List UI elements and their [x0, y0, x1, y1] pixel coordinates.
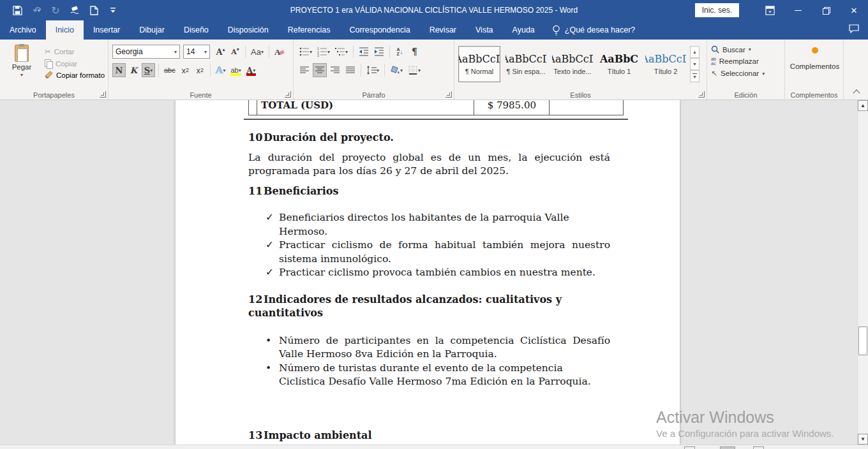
bullets-button[interactable]: ▾ — [297, 45, 314, 59]
find-button[interactable]: Buscar▾ — [711, 45, 782, 54]
close-button[interactable]: × — [840, 0, 868, 20]
style-card-normal[interactable]: AaBbCcD ¶ Normal — [458, 46, 500, 82]
cut-button[interactable]: ✂ Cortar — [45, 47, 105, 56]
tab-vista[interactable]: Vista — [466, 20, 503, 40]
text-effects-button[interactable]: A▾ — [214, 63, 228, 77]
show-marks-button[interactable]: ¶ — [408, 45, 421, 59]
sign-in-button[interactable]: Inic. ses. — [695, 3, 739, 17]
increase-indent-button[interactable] — [372, 45, 386, 59]
tab-referencias[interactable]: Referencias — [278, 20, 340, 40]
decrease-indent-button[interactable] — [357, 45, 371, 59]
font-color-button[interactable]: A▾ — [244, 63, 258, 77]
estilos-dialog-launcher-icon[interactable] — [698, 91, 705, 98]
style-card-texto-independiente[interactable]: AaBbCcD Texto inde... — [551, 46, 594, 82]
select-button[interactable]: ↖ Seleccionar▾ — [711, 69, 782, 78]
tab-correspondencia[interactable]: Correspondencia — [340, 20, 419, 40]
shading-button[interactable]: ▾ — [388, 63, 405, 77]
tab-disposicion[interactable]: Disposición — [218, 20, 278, 40]
bold-button[interactable]: N — [112, 63, 126, 77]
undo-icon[interactable]: ↶▾ — [27, 2, 46, 18]
comment-icon[interactable] — [849, 24, 859, 35]
format-painter-button[interactable]: Copiar formato — [45, 71, 105, 79]
multilevel-list-button[interactable]: ▾ — [333, 45, 350, 59]
tab-archivo[interactable]: Archivo — [0, 20, 46, 40]
ink-eraser-icon[interactable] — [65, 2, 84, 18]
tab-insertar[interactable]: Insertar — [84, 20, 130, 40]
align-right-button[interactable] — [328, 63, 342, 77]
new-document-icon[interactable] — [84, 2, 103, 18]
ribbon-display-options-icon[interactable] — [756, 0, 784, 20]
italic-button[interactable]: K — [127, 63, 140, 77]
style-card-titulo-1[interactable]: AaBbC Título 1 — [598, 46, 640, 82]
justify-button[interactable] — [343, 63, 357, 77]
table-cell-amount[interactable]: $ 7985.00 — [474, 100, 550, 115]
align-center-icon — [315, 65, 325, 75]
status-bar-partial — [0, 445, 868, 449]
read-mode-icon[interactable] — [684, 446, 695, 449]
paste-button[interactable]: Pegar ▾ — [4, 45, 40, 89]
tab-revisar[interactable]: Revisar — [420, 20, 466, 40]
change-case-button[interactable]: Aa▾ — [249, 45, 266, 59]
web-layout-icon[interactable] — [753, 446, 764, 449]
redo-icon[interactable]: ↻ — [46, 2, 65, 18]
font-size-combo[interactable]: 14▾ — [183, 45, 210, 59]
qat-customize-icon[interactable] — [103, 2, 123, 18]
superscript-button[interactable]: x2 — [193, 63, 207, 77]
align-left-icon — [299, 65, 310, 75]
line-spacing-button[interactable]: ▾ — [364, 63, 381, 77]
style-card-titulo-2[interactable]: AaBbCcD Título 2 — [645, 46, 687, 82]
fuente-dialog-launcher-icon[interactable] — [285, 91, 291, 98]
scrollbar-thumb[interactable] — [858, 327, 867, 355]
shrink-font-button[interactable]: A▾ — [228, 45, 242, 59]
scroll-up-icon[interactable]: ▲ — [858, 100, 868, 111]
align-left-button[interactable] — [297, 63, 311, 77]
styles-more-icon[interactable]: ▼ — [690, 70, 700, 82]
table-cell-total[interactable]: TOTAL (USD) — [257, 100, 474, 115]
save-icon[interactable] — [8, 2, 27, 18]
clear-formatting-button[interactable]: A — [273, 45, 287, 59]
underline-dropdown-icon[interactable]: ▾ — [150, 68, 153, 73]
replace-icon: ab ac — [711, 57, 716, 66]
table-cell[interactable] — [249, 100, 257, 115]
align-center-button[interactable] — [313, 63, 327, 77]
table-cell[interactable] — [550, 100, 624, 115]
highlight-button[interactable]: ab▾ — [228, 63, 243, 77]
vertical-scrollbar[interactable]: ▲ ▼ — [857, 100, 868, 445]
document-page[interactable]: TOTAL (USD) $ 7985.00 10Duración del pro… — [176, 100, 680, 445]
underline-button[interactable]: S▾ — [142, 63, 155, 77]
replace-button[interactable]: ab ac Reemplazar — [711, 57, 782, 66]
minimize-button[interactable] — [784, 0, 812, 20]
justify-icon — [345, 65, 355, 75]
tab-ayuda[interactable]: Ayuda — [503, 20, 544, 40]
tab-inicio[interactable]: Inicio — [46, 20, 84, 40]
tell-me-box[interactable]: ¿Qué desea hacer? — [544, 20, 643, 40]
copy-button[interactable]: Copiar — [45, 59, 105, 68]
group-parrafo: ▾ 123▾ ▾ AZ ↓ ¶ — [294, 40, 454, 99]
styles-scroll-up-icon[interactable]: ▲ — [690, 46, 700, 58]
style-card-sin-espaciado[interactable]: AaBbCcD ¶ Sin espa... — [505, 46, 547, 82]
styles-scroll-down-icon[interactable]: ▼ — [690, 58, 700, 70]
addins-button[interactable]: Complementos — [790, 63, 839, 70]
strikethrough-button[interactable]: abc — [162, 63, 177, 77]
group-complementos: Complementos Complementos — [785, 40, 844, 99]
subscript-button[interactable]: x2 — [179, 63, 192, 77]
font-name-combo[interactable]: Georgia▾ — [112, 45, 180, 59]
tab-diseno[interactable]: Diseño — [174, 20, 218, 40]
collapse-ribbon-button[interactable] — [844, 40, 868, 99]
sort-button[interactable]: AZ ↓ — [393, 45, 407, 59]
document-table[interactable]: TOTAL (USD) $ 7985.00 — [248, 100, 624, 115]
grow-font-button[interactable]: A▴ — [214, 45, 227, 59]
clipboard-icon — [15, 45, 29, 62]
numbering-button[interactable]: 123▾ — [315, 45, 332, 59]
scroll-down-icon[interactable]: ▼ — [858, 434, 868, 445]
tab-dibujar[interactable]: Dibujar — [130, 20, 174, 40]
list-item: •Número de turistas durante el evento de… — [248, 362, 610, 389]
borders-button[interactable]: ▾ — [406, 63, 423, 77]
group-label-parrafo: Párrafo — [294, 91, 454, 99]
print-layout-icon[interactable] — [720, 446, 735, 449]
parrafo-dialog-launcher-icon[interactable] — [445, 91, 452, 98]
portapapeles-dialog-launcher-icon[interactable] — [100, 91, 106, 98]
restore-button[interactable] — [812, 0, 840, 20]
paste-dropdown-icon[interactable]: ▾ — [20, 72, 23, 78]
bullet-marker: • — [266, 334, 271, 348]
